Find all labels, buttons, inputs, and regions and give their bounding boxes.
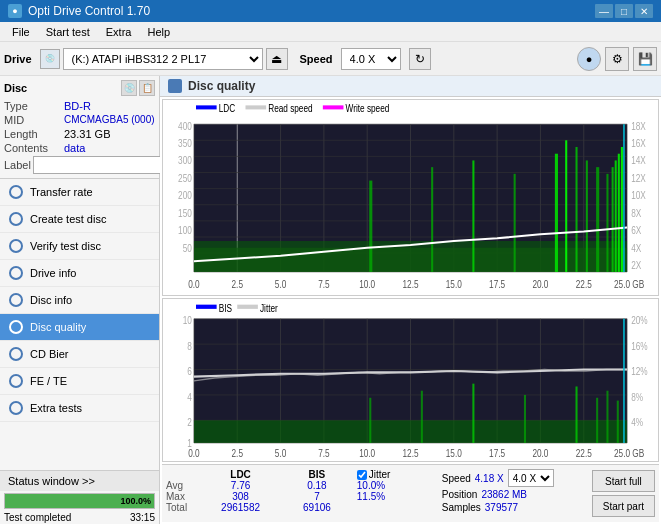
progress-value: 100.0% — [120, 496, 151, 506]
speed-select-stats[interactable]: 4.0 X — [508, 469, 554, 487]
start-full-button[interactable]: Start full — [592, 470, 655, 492]
close-button[interactable]: ✕ — [635, 4, 653, 18]
svg-text:200: 200 — [178, 189, 192, 201]
save-button[interactable]: 💾 — [633, 47, 657, 71]
menu-help[interactable]: Help — [139, 24, 178, 40]
svg-text:LDC: LDC — [219, 102, 236, 114]
length-label: Length — [4, 128, 64, 140]
svg-text:400: 400 — [178, 119, 192, 131]
nav-disc-quality-label: Disc quality — [30, 321, 86, 333]
svg-rect-54 — [431, 167, 433, 272]
eject-button[interactable]: ⏏ — [266, 48, 288, 70]
chart2-container: 10 8 6 4 2 1 20% 16% 12% 8% 4% — [162, 298, 659, 462]
svg-rect-106 — [421, 390, 423, 442]
svg-rect-60 — [586, 160, 588, 271]
drive-select[interactable]: (K:) ATAPI iHBS312 2 PL17 — [63, 48, 263, 70]
label-input[interactable] — [33, 156, 166, 174]
verify-test-disc-icon — [8, 238, 24, 254]
svg-text:8: 8 — [187, 339, 192, 352]
svg-text:2.5: 2.5 — [232, 446, 244, 459]
total-label: Total — [166, 502, 196, 513]
svg-text:8%: 8% — [631, 390, 643, 403]
svg-rect-58 — [565, 140, 567, 272]
svg-rect-68 — [196, 105, 217, 109]
svg-text:10X: 10X — [631, 189, 646, 201]
svg-rect-110 — [596, 398, 598, 443]
total-jitter — [357, 502, 434, 513]
type-value: BD-R — [64, 100, 91, 112]
status-time-value: 33:15 — [130, 512, 155, 523]
refresh-button[interactable]: ↻ — [409, 48, 431, 70]
nav-transfer-rate[interactable]: Transfer rate — [0, 179, 159, 206]
nav-drive-info-label: Drive info — [30, 267, 76, 279]
svg-text:17.5: 17.5 — [489, 278, 505, 290]
speed-label: Speed — [300, 53, 333, 65]
transfer-rate-icon — [8, 184, 24, 200]
nav-fe-te[interactable]: FE / TE — [0, 368, 159, 395]
settings-button[interactable]: ⚙ — [605, 47, 629, 71]
svg-text:BIS: BIS — [219, 301, 233, 314]
svg-text:10.0: 10.0 — [359, 278, 375, 290]
svg-text:7.5: 7.5 — [318, 446, 330, 459]
nav-extra-tests-label: Extra tests — [30, 402, 82, 414]
disc-icon-1[interactable]: 💿 — [121, 80, 137, 96]
nav-disc-info-label: Disc info — [30, 294, 72, 306]
samples-label: Samples — [442, 502, 481, 513]
svg-text:150: 150 — [178, 207, 192, 219]
menu-file[interactable]: File — [4, 24, 38, 40]
nav-disc-info[interactable]: Disc info — [0, 287, 159, 314]
label-label: Label — [4, 159, 31, 171]
disc-icon-2[interactable]: 📋 — [139, 80, 155, 96]
nav-extra-tests[interactable]: Extra tests — [0, 395, 159, 422]
svg-text:16%: 16% — [631, 339, 648, 352]
svg-text:4: 4 — [187, 390, 192, 403]
svg-text:6X: 6X — [631, 224, 642, 236]
svg-text:2: 2 — [187, 415, 192, 428]
svg-rect-72 — [323, 105, 344, 109]
total-ldc: 2961582 — [196, 502, 285, 513]
svg-text:14X: 14X — [631, 154, 646, 166]
svg-text:12.5: 12.5 — [402, 278, 418, 290]
fe-te-icon — [8, 373, 24, 389]
speed-select[interactable]: 4.0 X — [341, 48, 401, 70]
jitter-checkbox[interactable] — [357, 470, 367, 480]
stats-table: LDC BIS Jitter Avg 7.76 0.18 — [162, 467, 438, 520]
max-label: Max — [166, 491, 196, 502]
status-window-button[interactable]: Status window >> — [0, 470, 159, 491]
nav-disc-quality[interactable]: Disc quality — [0, 314, 159, 341]
speed-value: 4.18 X — [475, 473, 504, 484]
minimize-button[interactable]: — — [595, 4, 613, 18]
create-test-disc-icon — [8, 211, 24, 227]
status-window-label: Status window >> — [8, 475, 95, 487]
svg-text:15.0: 15.0 — [446, 278, 462, 290]
svg-rect-65 — [618, 154, 620, 272]
col-ldc: LDC — [196, 469, 285, 480]
svg-rect-107 — [472, 383, 474, 442]
nav-cd-bier[interactable]: CD Bier — [0, 341, 159, 368]
svg-text:15.0: 15.0 — [446, 446, 462, 459]
avg-jitter: 10.0% — [357, 480, 434, 491]
svg-text:350: 350 — [178, 137, 192, 149]
menu-extra[interactable]: Extra — [98, 24, 140, 40]
maximize-button[interactable]: □ — [615, 4, 633, 18]
app-icon: ● — [8, 4, 22, 18]
svg-text:Write speed: Write speed — [346, 102, 390, 114]
nav-drive-info[interactable]: Drive info — [0, 260, 159, 287]
svg-rect-108 — [524, 395, 526, 443]
nav-verify-test-disc[interactable]: Verify test disc — [0, 233, 159, 260]
menu-start-test[interactable]: Start test — [38, 24, 98, 40]
max-jitter: 11.5% — [357, 491, 434, 502]
nav-create-test-disc[interactable]: Create test disc — [0, 206, 159, 233]
chart2-svg: 10 8 6 4 2 1 20% 16% 12% 8% 4% — [163, 299, 658, 461]
disc-button[interactable]: ● — [577, 47, 601, 71]
app-title: Opti Drive Control 1.70 — [28, 4, 150, 18]
avg-ldc: 7.76 — [196, 480, 285, 491]
start-part-button[interactable]: Start part — [592, 495, 655, 517]
title-bar: ● Opti Drive Control 1.70 — □ ✕ — [0, 0, 661, 22]
svg-rect-112 — [617, 400, 619, 442]
svg-text:6: 6 — [187, 365, 192, 378]
svg-rect-70 — [246, 105, 267, 109]
svg-text:25.0 GB: 25.0 GB — [614, 446, 645, 459]
chart1-container: 400 350 300 250 200 150 100 50 18X 16X 1… — [162, 99, 659, 296]
svg-rect-56 — [514, 174, 516, 272]
